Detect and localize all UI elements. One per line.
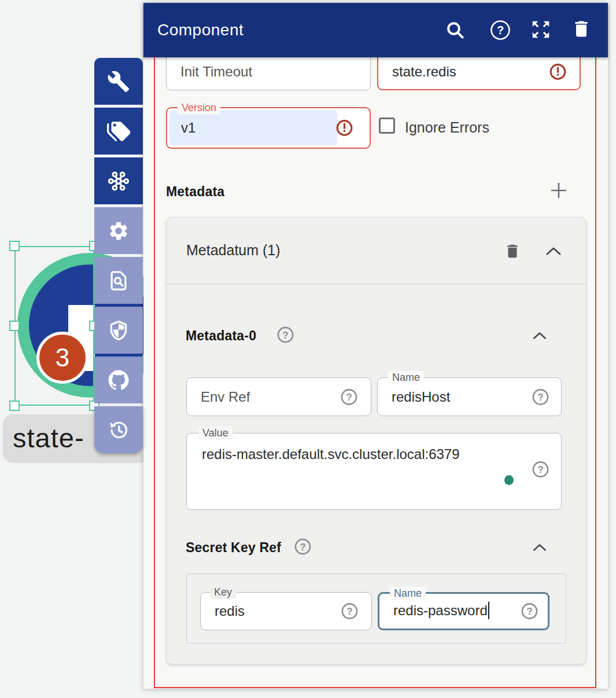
- version-value: v1: [181, 120, 196, 136]
- toolbar-history-button[interactable]: [94, 406, 143, 453]
- secret-key-field[interactable]: Key redis ?: [200, 592, 372, 630]
- help-icon[interactable]: ?: [340, 388, 358, 406]
- toolbar-tags-button[interactable]: [94, 108, 143, 155]
- trash-icon: [571, 31, 592, 41]
- resize-handle-bl[interactable]: [9, 401, 20, 411]
- ignore-errors-checkbox[interactable]: [379, 117, 395, 134]
- metadata-name-field[interactable]: Name redisHost ?: [377, 377, 562, 416]
- component-type-field[interactable]: state.redis: [377, 53, 581, 90]
- env-ref-field[interactable]: Env Ref ?: [186, 377, 371, 416]
- name-label: Name: [390, 587, 426, 600]
- svg-text:?: ?: [346, 392, 352, 403]
- version-label: Version: [178, 101, 220, 115]
- search-icon: [444, 34, 467, 43]
- init-timeout-placeholder: Init Timeout: [180, 64, 252, 80]
- resize-handle-tl[interactable]: [9, 241, 20, 251]
- fullscreen-icon: [530, 32, 552, 42]
- env-ref-placeholder: Env Ref: [201, 389, 250, 405]
- document-search-icon: [108, 270, 130, 292]
- secret-key-ref-help-button[interactable]: ?: [294, 538, 312, 556]
- svg-text:?: ?: [537, 464, 543, 475]
- metadatum-title: Metadatum (1): [186, 218, 281, 283]
- help-icon[interactable]: ?: [532, 461, 549, 479]
- chevron-up-icon: [532, 332, 547, 342]
- drawer-title: Component: [157, 3, 244, 57]
- resize-handle-ml[interactable]: [9, 321, 20, 331]
- shield-icon: [108, 319, 130, 341]
- help-icon: ?: [294, 548, 312, 557]
- toolbar-hub-button[interactable]: [94, 157, 143, 204]
- secret-name-field[interactable]: Name redis-password ?: [378, 592, 549, 630]
- toolbar-settings-button[interactable]: [94, 207, 143, 254]
- toolbar-wrench-button[interactable]: [94, 58, 143, 105]
- collapse-metadatum-button[interactable]: [545, 246, 562, 256]
- drawer-header: Component ?: [143, 3, 608, 57]
- github-icon: [106, 368, 131, 392]
- collapse-secret-key-ref-button[interactable]: [532, 543, 547, 552]
- metadata-heading: Metadata: [166, 184, 224, 200]
- name-label: Name: [388, 371, 424, 384]
- plus-icon: [548, 193, 569, 203]
- toolbar-inspect-button[interactable]: [94, 257, 143, 304]
- ignore-errors-label: Ignore Errors: [405, 119, 489, 136]
- svg-text:?: ?: [346, 606, 352, 617]
- error-icon: [335, 119, 353, 137]
- chevron-up-icon: [532, 544, 547, 554]
- metadata-value-text: redis-master.default.svc.cluster.local:6…: [202, 446, 460, 462]
- svg-text:?: ?: [497, 24, 504, 36]
- svg-text:?: ?: [526, 606, 532, 617]
- help-icon[interactable]: ?: [341, 603, 359, 620]
- hub-network-icon: [106, 169, 131, 193]
- svg-text:?: ?: [282, 330, 288, 341]
- history-icon: [108, 419, 130, 441]
- help-icon: ?: [489, 34, 512, 43]
- delete-button[interactable]: [571, 19, 594, 42]
- help-icon[interactable]: ?: [521, 603, 538, 620]
- metadatum-accordion: Metadatum (1) Metadata-0 ? Env Ref ? Nam…: [166, 217, 587, 664]
- gear-icon: [108, 220, 130, 242]
- chevron-up-icon: [545, 248, 562, 258]
- value-label: Value: [198, 427, 233, 440]
- metadata-value-field[interactable]: Value redis-master.default.svc.cluster.l…: [186, 433, 562, 510]
- help-icon[interactable]: ?: [532, 388, 549, 406]
- toolbar-security-button[interactable]: [94, 307, 143, 354]
- metadata-0-help-button[interactable]: ?: [276, 326, 294, 344]
- delete-metadatum-button[interactable]: [504, 242, 521, 260]
- svg-text:?: ?: [537, 392, 543, 403]
- help-button[interactable]: ?: [489, 19, 512, 42]
- svg-text:?: ?: [300, 542, 305, 553]
- metadata-0-heading: Metadata-0: [186, 328, 256, 344]
- component-drawer: Init Timeout state.redis Version v1 Igno…: [143, 3, 608, 689]
- error-count-badge: 3: [36, 332, 88, 384]
- help-icon: ?: [276, 336, 294, 346]
- add-metadata-button[interactable]: [548, 180, 569, 201]
- version-field[interactable]: Version v1: [166, 107, 371, 149]
- text-caret: [488, 601, 490, 619]
- fullscreen-button[interactable]: [530, 19, 553, 42]
- status-dot: [504, 475, 514, 485]
- toolbar-github-button[interactable]: [94, 357, 143, 403]
- init-timeout-field[interactable]: Init Timeout: [166, 53, 371, 90]
- key-label: Key: [210, 586, 236, 599]
- metadata-name-value: redisHost: [392, 389, 450, 405]
- secret-name-value: redis-password: [393, 603, 489, 620]
- metadatum-accordion-header[interactable]: Metadatum (1): [167, 218, 586, 284]
- wrench-icon: [107, 70, 130, 93]
- tags-icon: [107, 120, 130, 143]
- search-button[interactable]: [444, 19, 467, 42]
- secret-key-value: redis: [215, 603, 245, 619]
- error-icon: [549, 63, 567, 80]
- component-type-value: state.redis: [392, 64, 456, 80]
- secret-key-ref-heading: Secret Key Ref: [186, 540, 281, 556]
- secret-key-ref-group: Key redis ? Name redis-password ?: [186, 574, 566, 644]
- collapse-metadata-0-button[interactable]: [532, 331, 547, 340]
